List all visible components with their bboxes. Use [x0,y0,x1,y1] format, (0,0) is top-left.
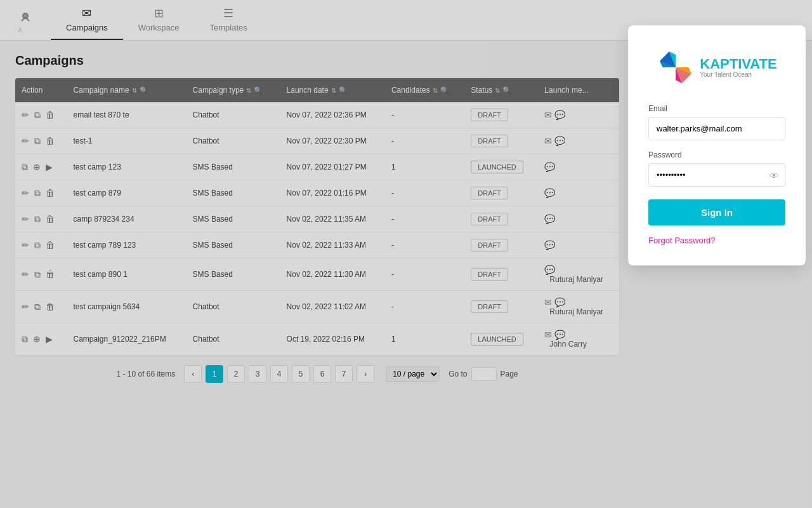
modal-overlay: KAPTIVATE Your Talent Ocean Email Passwo… [0,0,812,406]
sign-in-button[interactable]: Sign In [648,199,785,225]
password-input[interactable] [648,163,785,187]
login-modal: KAPTIVATE Your Talent Ocean Email Passwo… [628,25,806,265]
password-wrap: 👁 [648,163,785,187]
kaptivate-name: KAPTIVATE [700,57,776,71]
email-label: Email [648,104,785,113]
forgot-password-link[interactable]: Forgot Password? [648,236,716,245]
password-label: Password [648,150,785,159]
kaptivate-logo-svg [657,48,695,86]
show-password-icon[interactable]: 👁 [769,170,779,180]
modal-logo: KAPTIVATE Your Talent Ocean [648,48,785,86]
modal-logo-text-block: KAPTIVATE Your Talent Ocean [700,57,776,78]
kaptivate-tagline: Your Talent Ocean [700,71,776,78]
email-input[interactable] [648,117,785,140]
